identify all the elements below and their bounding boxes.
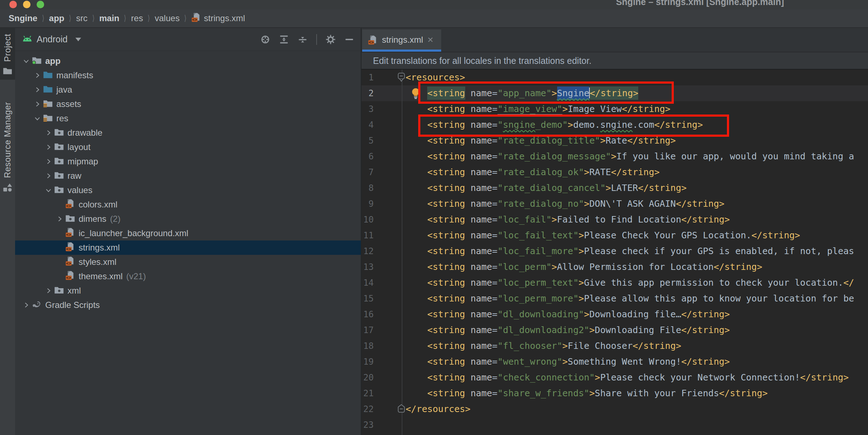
tree-item-raw[interactable]: raw — [15, 169, 361, 183]
code-token: </string> — [681, 309, 730, 319]
code-line-8[interactable]: 8 <string name="rate_dialog_cancel">LATE… — [361, 180, 868, 196]
tree-item-res[interactable]: res — [15, 111, 361, 126]
expand-all-button[interactable] — [279, 34, 289, 45]
code-token — [465, 277, 471, 288]
code-line-22[interactable]: 22 </resources> — [361, 401, 868, 417]
translations-editor-banner[interactable]: Edit translations for all locales in the… — [361, 52, 868, 70]
tree-item-layout[interactable]: layout — [15, 140, 361, 154]
code-token: <string — [427, 388, 465, 398]
code-token — [406, 167, 427, 177]
chevron-right-icon[interactable] — [43, 127, 54, 138]
chevron-right-icon[interactable] — [43, 156, 54, 167]
tree-item-drawable[interactable]: drawable — [15, 126, 361, 140]
chevron-right-icon[interactable] — [32, 99, 43, 109]
tool-button-project[interactable]: Project — [0, 28, 15, 80]
tree-item-styles-xml[interactable]: <> styles.xml — [15, 255, 361, 269]
code-line-20[interactable]: 20 <string name="check_connection">Pleas… — [361, 370, 868, 385]
chevron-right-icon[interactable] — [43, 142, 54, 153]
resource-type-folder-icon — [54, 286, 64, 296]
code-token: = — [492, 151, 498, 162]
code-token: DON\'T ASK AGAIN — [589, 198, 676, 209]
tree-item-assets[interactable]: assets — [15, 97, 361, 111]
chevron-down-icon[interactable] — [21, 56, 32, 66]
tree-item-manifests[interactable]: manifests — [15, 68, 361, 83]
code-line-13[interactable]: 13 <string name="loc_perm">Allow Permiss… — [361, 259, 868, 275]
close-window-button[interactable] — [9, 1, 17, 8]
chevron-right-icon[interactable] — [54, 214, 65, 224]
code-token — [406, 183, 427, 193]
chevron-right-icon[interactable] — [43, 285, 54, 296]
tool-button-resource-manager[interactable]: Resource Manager — [0, 96, 15, 197]
code-line-18[interactable]: 18 <string name="fl_chooser">File Choose… — [361, 338, 868, 354]
fold-end-icon[interactable] — [398, 404, 405, 415]
code-line-17[interactable]: 17 <string name="dl_downloading2">Downlo… — [361, 322, 868, 338]
tree-item-strings-xml[interactable]: <> strings.xml — [15, 240, 361, 255]
tab-strings-xml[interactable]: <> strings.xml × — [362, 29, 441, 52]
code-token: name — [471, 230, 492, 240]
fold-start-icon[interactable] — [398, 74, 405, 84]
breadcrumb-item-app[interactable]: app — [49, 13, 65, 23]
code-editor[interactable]: 1 <resources> 2 <string name="app_name">… — [361, 70, 868, 435]
chevron-right-icon[interactable] — [21, 300, 32, 310]
code-line-14[interactable]: 14 <string name="loc_perm_text">Give thi… — [361, 275, 868, 291]
locate-file-button[interactable] — [260, 34, 270, 45]
code-line-21[interactable]: 21 <string name="share_w_friends">Share … — [361, 385, 868, 401]
project-view-selector[interactable]: Android — [22, 34, 81, 45]
tree-item-themes-xml[interactable]: <> themes.xml (v21) — [15, 269, 361, 284]
minimize-window-button[interactable] — [23, 1, 31, 8]
tree-item-ic-launcher-background-xml[interactable]: <> ic_launcher_background.xml — [15, 226, 361, 240]
code-line-23[interactable]: 23 — [361, 417, 868, 433]
breadcrumb-item-sngine[interactable]: Sngine — [9, 13, 37, 23]
code-token: <string — [427, 325, 465, 335]
code-token — [406, 135, 427, 146]
tree-item-values[interactable]: values — [15, 183, 361, 197]
code-line-9[interactable]: 9 <string name="rate_dialog_no">DON\'T A… — [361, 196, 868, 212]
breadcrumb-item-values[interactable]: values — [155, 13, 179, 23]
code-token — [465, 183, 471, 193]
window-title: Sngine – strings.xml [Sngine.app.main] — [585, 0, 815, 7]
code-token: <string — [427, 167, 465, 177]
code-line-10[interactable]: 10 <string name="loc_fail">Failed to Fin… — [361, 212, 868, 228]
code-line-6[interactable]: 6 <string name="rate_dialog_message">If … — [361, 149, 868, 164]
tree-item-app[interactable]: app — [15, 54, 361, 68]
breadcrumb-item-main[interactable]: main — [99, 13, 119, 23]
gear-button[interactable] — [326, 34, 336, 45]
tree-item-gradle-scripts[interactable]: Gradle Scripts — [15, 298, 361, 312]
tree-item-xml[interactable]: xml — [15, 284, 361, 298]
code-token: </string> — [627, 135, 676, 146]
tree-item-suffix: (v21) — [126, 271, 146, 281]
code-line-7[interactable]: 7 <string name="rate_dialog_ok">RATE</st… — [361, 164, 868, 180]
tree-item-label: styles.xml — [79, 257, 116, 267]
xml-file-icon: <> — [191, 13, 201, 24]
code-line-15[interactable]: 15 <string name="loc_perm_more">Please a… — [361, 291, 868, 307]
breadcrumb-item-res[interactable]: res — [131, 13, 143, 23]
tree-item-dimens[interactable]: dimens (2) — [15, 212, 361, 226]
hide-panel-button[interactable] — [344, 34, 354, 45]
code-token: > — [579, 293, 584, 304]
code-line-16[interactable]: 16 <string name="dl_downloading">Downloa… — [361, 307, 868, 322]
chevron-down-icon[interactable] — [32, 113, 43, 124]
tree-item-label: themes.xml — [79, 271, 123, 281]
chevron-spacer — [54, 199, 65, 210]
code-line-11[interactable]: 11 <string name="loc_fail_text">Please C… — [361, 228, 868, 243]
breadcrumb-label: main — [99, 13, 119, 23]
breadcrumb-item-strings-xml[interactable]: <> strings.xml — [191, 13, 245, 24]
close-tab-icon[interactable]: × — [428, 36, 433, 45]
code-line-19[interactable]: 19 <string name="went_wrong">Something W… — [361, 354, 868, 370]
code-line-12[interactable]: 12 <string name="loc_fail_more">Please c… — [361, 243, 868, 259]
chevron-right-icon[interactable] — [32, 84, 43, 95]
tree-item-mipmap[interactable]: mipmap — [15, 154, 361, 169]
tree-item-java[interactable]: java — [15, 83, 361, 97]
code-token: name — [471, 262, 492, 272]
chevron-right-icon[interactable] — [43, 170, 54, 181]
maximize-window-button[interactable] — [37, 1, 44, 8]
code-token: "rate_dialog_message" — [498, 151, 611, 162]
code-token: <string — [427, 246, 465, 256]
code-token: </string> — [638, 183, 686, 193]
code-token: <resources> — [406, 72, 465, 83]
collapse-all-button[interactable] — [298, 34, 308, 45]
chevron-down-icon[interactable] — [43, 185, 54, 196]
tree-item-colors-xml[interactable]: <> colors.xml — [15, 197, 361, 212]
chevron-right-icon[interactable] — [32, 70, 43, 81]
breadcrumb-item-src[interactable]: src — [76, 13, 88, 23]
